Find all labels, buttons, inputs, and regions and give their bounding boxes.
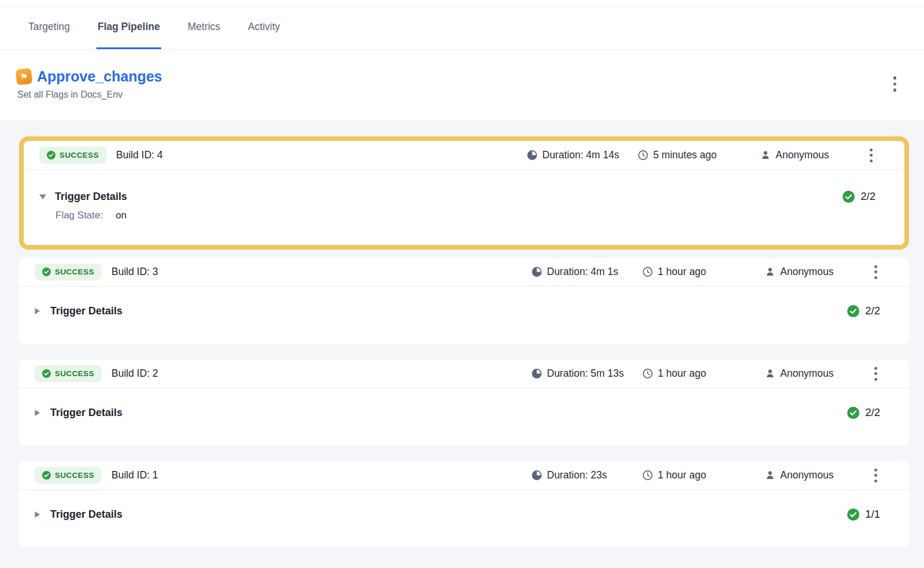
build-meta: Duration: 23s 1 hour ago Anonymous <box>532 461 896 489</box>
check-circle-icon <box>847 508 859 521</box>
trigger-details-label[interactable]: Trigger Details <box>50 406 122 419</box>
flag-state-label: Flag State: <box>55 209 103 222</box>
status-badge: SUCCESS <box>39 147 106 164</box>
user-field: Anonymous <box>765 266 855 278</box>
time-ago-field: 5 minutes ago <box>638 149 761 161</box>
build-id-label: Build ID: 4 <box>116 149 163 161</box>
clock-icon <box>643 470 653 480</box>
trigger-details-section: Trigger Details 2/2 <box>19 388 909 446</box>
build-kebab-icon[interactable] <box>870 262 882 283</box>
clock-icon <box>643 369 653 378</box>
pipeline-title-section: ⚑ Approve_changes Set all Flags in Docs_… <box>0 50 924 120</box>
build-card: SUCCESS Build ID: 1 Duration: 23s 1 hour… <box>19 461 909 547</box>
build-card-header: SUCCESS Build ID: 1 Duration: 23s 1 hour… <box>19 461 909 490</box>
person-icon <box>765 267 775 277</box>
trigger-details-section: Trigger Details 2/2 <box>19 287 909 344</box>
time-ago-label: 1 hour ago <box>658 367 706 380</box>
status-label: SUCCESS <box>55 268 94 276</box>
time-ago-field: 1 hour ago <box>643 469 765 481</box>
status-label: SUCCESS <box>55 369 94 378</box>
header-kebab-icon[interactable] <box>889 73 901 95</box>
duration-label: Duration: 5m 13s <box>547 367 624 380</box>
person-icon <box>765 470 775 480</box>
tab-activity[interactable]: Activity <box>247 6 281 49</box>
triangle-down-icon[interactable] <box>39 194 47 200</box>
time-ago-label: 5 minutes ago <box>653 149 717 161</box>
person-icon <box>765 369 775 378</box>
triangle-right-icon[interactable] <box>34 409 43 417</box>
build-kebab-icon[interactable] <box>865 145 877 166</box>
check-circle-icon <box>42 369 51 378</box>
build-list: SUCCESS Build ID: 4 Duration: 4m 14s 5 m… <box>0 120 924 547</box>
clock-icon <box>643 267 653 277</box>
triangle-right-icon[interactable] <box>34 511 43 518</box>
person-icon <box>761 150 770 160</box>
time-ago-label: 1 hour ago <box>658 266 706 278</box>
user-label: Anonymous <box>776 149 829 161</box>
duration-label: Duration: 23s <box>547 469 607 481</box>
time-ago-field: 1 hour ago <box>643 367 765 380</box>
tab-targeting[interactable]: Targeting <box>27 6 71 49</box>
highlighted-build-ring: SUCCESS Build ID: 4 Duration: 4m 14s 5 m… <box>19 136 909 250</box>
flag-state-value: on <box>116 209 126 222</box>
user-label: Anonymous <box>780 367 833 380</box>
page-subtitle: Set all Flags in Docs_Env <box>16 89 162 101</box>
build-card-header: SUCCESS Build ID: 3 Duration: 4m 1s 1 ho… <box>19 258 909 287</box>
checks-count: 1/1 <box>865 508 880 521</box>
pie-clock-icon <box>527 150 537 160</box>
user-field: Anonymous <box>765 367 855 380</box>
flag-icon: ⚑ <box>16 68 33 85</box>
build-kebab-icon[interactable] <box>870 465 882 486</box>
trigger-details-section: Trigger Details 2/2 Flag State: on <box>24 170 904 245</box>
checks-badge: 2/2 <box>847 305 909 317</box>
pie-clock-icon <box>532 369 542 378</box>
status-badge: SUCCESS <box>35 467 102 484</box>
build-kebab-icon[interactable] <box>870 363 882 384</box>
check-circle-icon <box>42 471 51 480</box>
build-id-label: Build ID: 2 <box>111 367 158 380</box>
build-id-label: Build ID: 1 <box>111 469 158 481</box>
status-badge: SUCCESS <box>35 263 102 280</box>
checks-badge: 1/1 <box>847 508 909 521</box>
pie-clock-icon <box>532 470 542 480</box>
user-label: Anonymous <box>780 266 833 278</box>
top-divider <box>0 0 924 6</box>
build-meta: Duration: 4m 1s 1 hour ago Anonymous <box>532 258 896 286</box>
duration-field: Duration: 4m 14s <box>527 149 638 161</box>
duration-label: Duration: 4m 14s <box>542 149 619 161</box>
check-circle-icon <box>843 191 855 203</box>
check-circle-icon <box>847 407 859 419</box>
tab-flag-pipeline[interactable]: Flag Pipeline <box>96 6 161 49</box>
trigger-details-section: Trigger Details 1/1 <box>19 490 909 547</box>
build-card: SUCCESS Build ID: 2 Duration: 5m 13s 1 h… <box>19 359 909 446</box>
build-card: SUCCESS Build ID: 4 Duration: 4m 14s 5 m… <box>24 141 904 245</box>
check-circle-icon <box>47 151 55 159</box>
flag-state-row: Flag State: on <box>24 209 904 222</box>
checks-badge: 2/2 <box>847 406 909 419</box>
page-header: Targeting Flag Pipeline Metrics Activity… <box>0 0 924 120</box>
duration-field: Duration: 4m 1s <box>532 266 643 278</box>
clock-icon <box>638 150 648 160</box>
build-card: SUCCESS Build ID: 3 Duration: 4m 1s 1 ho… <box>19 258 909 344</box>
check-circle-icon <box>42 268 51 276</box>
checks-count: 2/2 <box>865 305 880 317</box>
trigger-details-label[interactable]: Trigger Details <box>50 507 122 521</box>
duration-field: Duration: 23s <box>532 469 643 481</box>
user-field: Anonymous <box>765 469 855 481</box>
page-title[interactable]: Approve_changes <box>37 68 162 85</box>
build-card-header: SUCCESS Build ID: 2 Duration: 5m 13s 1 h… <box>19 359 909 388</box>
trigger-details-label[interactable]: Trigger Details <box>50 304 122 318</box>
duration-label: Duration: 4m 1s <box>547 266 619 278</box>
tab-bar: Targeting Flag Pipeline Metrics Activity <box>0 6 924 50</box>
status-label: SUCCESS <box>59 151 99 159</box>
checks-count: 2/2 <box>860 190 875 203</box>
user-label: Anonymous <box>780 469 833 481</box>
build-id-label: Build ID: 3 <box>111 266 158 278</box>
trigger-details-label[interactable]: Trigger Details <box>55 190 127 203</box>
duration-field: Duration: 5m 13s <box>532 367 643 380</box>
tab-metrics[interactable]: Metrics <box>187 6 221 49</box>
build-meta: Duration: 5m 13s 1 hour ago Anonymous <box>532 359 896 388</box>
checks-count: 2/2 <box>865 406 880 419</box>
user-field: Anonymous <box>761 149 851 161</box>
triangle-right-icon[interactable] <box>34 307 43 315</box>
